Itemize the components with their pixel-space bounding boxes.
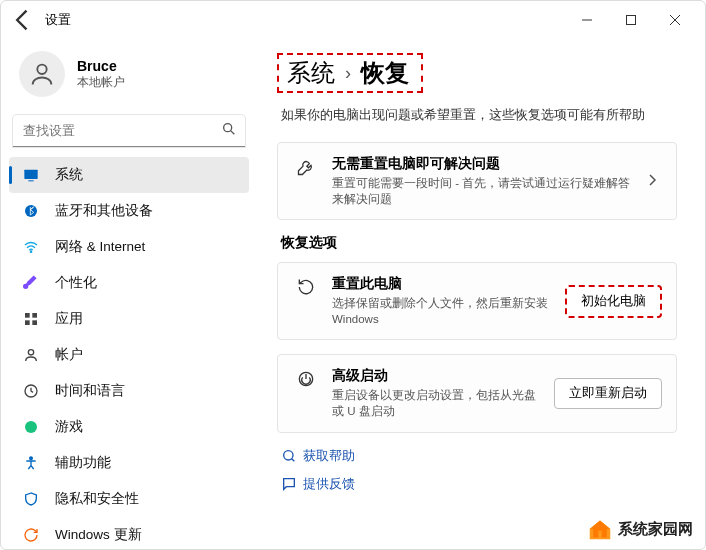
sidebar-item-accounts[interactable]: 帐户 xyxy=(9,337,249,373)
gaming-icon xyxy=(21,419,41,435)
maximize-button[interactable] xyxy=(609,1,653,39)
feedback-label: 提供反馈 xyxy=(303,475,355,493)
back-button[interactable] xyxy=(9,6,37,34)
search-icon xyxy=(221,121,237,141)
reset-desc: 选择保留或删除个人文件，然后重新安装 Windows xyxy=(332,295,555,327)
feedback-link[interactable]: 提供反馈 xyxy=(277,475,677,493)
sidebar-item-label: Windows 更新 xyxy=(55,526,142,544)
accessibility-icon xyxy=(21,455,41,471)
sidebar-item-gaming[interactable]: 游戏 xyxy=(9,409,249,445)
advanced-title: 高级启动 xyxy=(332,367,544,385)
svg-point-7 xyxy=(30,251,31,252)
nav: 系统 蓝牙和其他设备 网络 & Internet 个性化 xyxy=(5,157,253,549)
sidebar-item-label: 系统 xyxy=(55,166,83,184)
troubleshoot-title: 无需重置电脑即可解决问题 xyxy=(332,155,632,173)
svg-rect-1 xyxy=(627,16,636,25)
sidebar-item-label: 网络 & Internet xyxy=(55,238,145,256)
sidebar-item-label: 时间和语言 xyxy=(55,382,125,400)
svg-rect-4 xyxy=(24,170,37,179)
feedback-icon xyxy=(281,476,303,492)
recovery-options-title: 恢复选项 xyxy=(281,234,677,252)
sidebar-item-label: 蓝牙和其他设备 xyxy=(55,202,153,220)
sidebar: Bruce 本地帐户 系统 蓝牙和其他设备 xyxy=(1,39,257,549)
svg-point-14 xyxy=(25,421,37,433)
advanced-startup-card: 高级启动 重启设备以更改启动设置，包括从光盘或 U 盘启动 立即重新启动 xyxy=(277,354,677,432)
sidebar-item-accessibility[interactable]: 辅助功能 xyxy=(9,445,249,481)
wifi-icon xyxy=(21,239,41,255)
clock-icon xyxy=(21,383,41,399)
sidebar-item-bluetooth[interactable]: 蓝牙和其他设备 xyxy=(9,193,249,229)
chevron-right-icon: › xyxy=(345,63,351,84)
update-icon xyxy=(21,527,41,543)
sidebar-item-label: 应用 xyxy=(55,310,83,328)
sidebar-item-system[interactable]: 系统 xyxy=(9,157,249,193)
reset-icon xyxy=(292,277,320,297)
help-links: 获取帮助 提供反馈 xyxy=(277,447,677,493)
wrench-icon xyxy=(292,157,320,177)
user-subtitle: 本地帐户 xyxy=(77,74,125,91)
system-icon xyxy=(21,167,41,183)
search-box xyxy=(13,115,245,147)
get-help-link[interactable]: 获取帮助 xyxy=(277,447,677,465)
svg-point-6 xyxy=(25,205,37,217)
brand-watermark: 系统家园网 xyxy=(580,515,699,543)
sidebar-item-label: 隐私和安全性 xyxy=(55,490,139,508)
help-label: 获取帮助 xyxy=(303,447,355,465)
help-icon xyxy=(281,448,303,464)
bluetooth-icon xyxy=(21,203,41,219)
sidebar-item-label: 游戏 xyxy=(55,418,83,436)
svg-point-15 xyxy=(30,457,33,460)
power-icon xyxy=(292,369,320,389)
user-name: Bruce xyxy=(77,58,125,74)
sidebar-item-personalization[interactable]: 个性化 xyxy=(9,265,249,301)
breadcrumb-current: 恢复 xyxy=(361,57,409,89)
titlebar: 设置 xyxy=(1,1,705,39)
svg-point-17 xyxy=(284,450,293,459)
svg-point-3 xyxy=(224,124,232,132)
troubleshoot-desc: 重置可能需要一段时间 - 首先，请尝试通过运行疑难解答来解决问题 xyxy=(332,175,632,207)
sidebar-item-network[interactable]: 网络 & Internet xyxy=(9,229,249,265)
advanced-desc: 重启设备以更改启动设置，包括从光盘或 U 盘启动 xyxy=(332,387,544,419)
close-button[interactable] xyxy=(653,1,697,39)
brush-icon xyxy=(21,275,41,291)
svg-rect-8 xyxy=(25,313,30,318)
sidebar-item-time-language[interactable]: 时间和语言 xyxy=(9,373,249,409)
reset-title: 重置此电脑 xyxy=(332,275,555,293)
troubleshoot-card[interactable]: 无需重置电脑即可解决问题 重置可能需要一段时间 - 首先，请尝试通过运行疑难解答… xyxy=(277,142,677,220)
svg-point-2 xyxy=(37,65,46,74)
avatar xyxy=(19,51,65,97)
sidebar-item-label: 辅助功能 xyxy=(55,454,111,472)
sidebar-item-windows-update[interactable]: Windows 更新 xyxy=(9,517,249,549)
brand-text: 系统家园网 xyxy=(618,520,693,539)
sidebar-item-label: 帐户 xyxy=(55,346,83,364)
minimize-button[interactable] xyxy=(565,1,609,39)
restart-now-button[interactable]: 立即重新启动 xyxy=(554,378,662,409)
sidebar-item-apps[interactable]: 应用 xyxy=(9,301,249,337)
svg-point-12 xyxy=(28,350,33,355)
main-content: 系统 › 恢复 如果你的电脑出现问题或希望重置，这些恢复选项可能有所帮助 无需重… xyxy=(257,39,705,549)
reset-pc-button[interactable]: 初始化电脑 xyxy=(565,285,662,318)
reset-pc-card: 重置此电脑 选择保留或删除个人文件，然后重新安装 Windows 初始化电脑 xyxy=(277,262,677,340)
account-icon xyxy=(21,347,41,363)
sidebar-item-privacy[interactable]: 隐私和安全性 xyxy=(9,481,249,517)
shield-icon xyxy=(21,491,41,507)
intro-text: 如果你的电脑出现问题或希望重置，这些恢复选项可能有所帮助 xyxy=(281,107,677,124)
svg-rect-5 xyxy=(28,180,33,181)
svg-rect-10 xyxy=(25,320,30,325)
house-icon xyxy=(586,517,614,541)
user-block[interactable]: Bruce 本地帐户 xyxy=(5,43,253,109)
svg-rect-9 xyxy=(32,313,37,318)
svg-rect-11 xyxy=(32,320,37,325)
search-input[interactable] xyxy=(13,115,245,147)
sidebar-item-label: 个性化 xyxy=(55,274,97,292)
breadcrumb-root[interactable]: 系统 xyxy=(287,57,335,89)
window-title: 设置 xyxy=(45,11,71,29)
apps-icon xyxy=(21,311,41,327)
breadcrumb: 系统 › 恢复 xyxy=(277,53,423,93)
chevron-right-icon[interactable] xyxy=(642,172,662,190)
